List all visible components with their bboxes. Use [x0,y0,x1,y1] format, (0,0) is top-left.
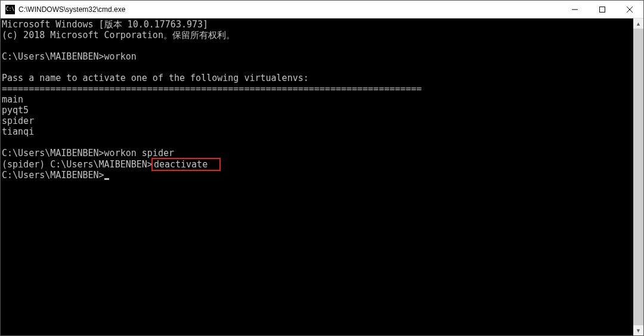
virtualenv-item: pyqt5 [2,105,632,116]
window-controls [561,1,643,18]
svg-rect-1 [600,7,605,12]
cmd-window: C:\ C:\WINDOWS\system32\cmd.exe Microsof… [0,0,644,336]
minimize-icon [572,7,578,13]
scroll-track[interactable] [633,29,643,325]
blank-line [2,62,632,73]
output-line: Pass a name to activate one of the follo… [2,73,632,83]
prompt-line: C:\Users\MAIBENBEN>workon spider [2,148,632,158]
prompt-prefix: (spider) C:\Users\MAIBENBEN> [2,159,153,170]
scroll-up-button[interactable]: ▲ [633,18,643,29]
vertical-scrollbar[interactable]: ▲ ▼ [633,18,643,335]
separator-line: ========================================… [2,83,632,94]
minimize-button[interactable] [561,1,589,18]
terminal-container: Microsoft Windows [版本 10.0.17763.973](c)… [1,18,643,335]
virtualenv-item: spider [2,116,632,126]
title-bar[interactable]: C:\ C:\WINDOWS\system32\cmd.exe [1,1,643,18]
command-text: deactivate [154,159,208,170]
output-line: Microsoft Windows [版本 10.0.17763.973] [2,19,632,30]
virtualenv-item: tianqi [2,126,632,137]
close-icon [627,7,633,13]
cmd-icon: C:\ [5,5,15,14]
command-text: workon spider [104,148,174,158]
highlighted-command: deactivate [151,158,221,171]
prompt-line: C:\Users\MAIBENBEN>workon [2,51,632,62]
prompt-path: C:\Users\MAIBENBEN> [2,170,104,181]
chevron-up-icon: ▲ [636,21,641,27]
scroll-down-button[interactable]: ▼ [633,325,643,335]
window-title: C:\WINDOWS\system32\cmd.exe [18,5,561,14]
blank-line [2,137,632,148]
prompt-line: (spider) C:\Users\MAIBENBEN>deactivate [2,158,632,170]
chevron-down-icon: ▼ [636,328,641,334]
command-text: workon [104,51,137,62]
maximize-button[interactable] [589,1,616,18]
prompt-line: C:\Users\MAIBENBEN> [2,170,632,181]
prompt-path: C:\Users\MAIBENBEN> [2,51,104,62]
output-line: (c) 2018 Microsoft Corporation。保留所有权利。 [2,30,632,41]
close-button[interactable] [616,1,643,18]
cursor [104,178,109,180]
terminal-output[interactable]: Microsoft Windows [版本 10.0.17763.973](c)… [1,18,633,335]
maximize-icon [599,7,605,13]
blank-line [2,41,632,51]
prompt-path: C:\Users\MAIBENBEN> [2,148,104,158]
virtualenv-item: main [2,94,632,105]
scroll-thumb[interactable] [633,29,643,325]
